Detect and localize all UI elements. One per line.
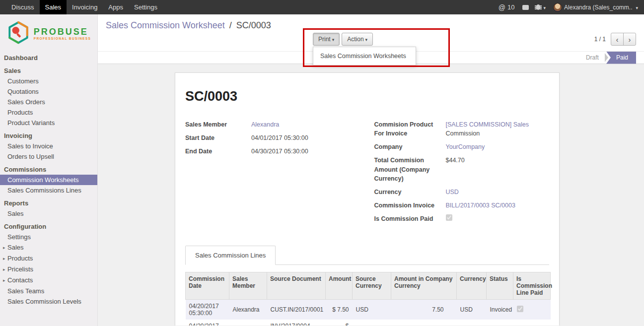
col-header-is-commission-line-paid[interactable]: Is Commission Line Paid xyxy=(513,272,551,300)
probuse-logo-icon xyxy=(6,21,30,47)
form-view: SC/0003 Sales Member Alexandra Start Dat… xyxy=(98,64,644,326)
menu-apps[interactable]: Apps xyxy=(103,0,129,14)
breadcrumb-parent-link[interactable]: Sales Commission Worksheet xyxy=(106,20,225,30)
sidebar-item-reports-sales[interactable]: Sales xyxy=(0,208,97,219)
field-label: Commission Invoice xyxy=(374,201,446,210)
col-header-amount[interactable]: Amount xyxy=(326,272,353,300)
field-label: Start Date xyxy=(185,133,251,142)
logo-subtitle: PROFESSIONAL BUSINESS xyxy=(34,37,91,40)
col-header-source-document[interactable]: Source Document xyxy=(267,272,326,300)
status-paid[interactable]: Paid xyxy=(606,52,636,64)
chevron-down-icon xyxy=(634,3,638,11)
col-header-amount-company-currency[interactable]: Amount in Company Currency xyxy=(391,272,457,300)
cell-currency: USD xyxy=(457,320,487,326)
commission-lines-table: Commission Date Sales Member Source Docu… xyxy=(185,272,551,326)
sidebar-item-sales-to-invoice[interactable]: Sales to Invoice xyxy=(0,141,97,151)
logo-title: PROBUSE xyxy=(34,27,91,37)
cell-src-currency: USD xyxy=(353,300,391,320)
sales-member-link[interactable]: Alexandra xyxy=(251,120,279,129)
messaging-menu[interactable]: 10 xyxy=(499,3,515,11)
col-header-source-currency[interactable]: Source Currency xyxy=(353,272,391,300)
sidebar-item-sales-teams[interactable]: Sales Teams xyxy=(0,286,97,296)
user-avatar xyxy=(553,3,562,12)
field-commission-invoice: Commission Invoice BILL/2017/0003 SC/000… xyxy=(374,201,550,210)
cell-amount: $ 18.60 xyxy=(326,320,353,326)
sidebar-section-invoicing[interactable]: Invoicing xyxy=(0,130,97,141)
field-label: Sales Member xyxy=(185,120,251,129)
table-row[interactable]: 04/20/2017 05:30:00 Alexandra INV/2017/0… xyxy=(186,320,551,326)
sidebar-section-sales[interactable]: Sales xyxy=(0,65,97,76)
cell-date: 04/20/2017 05:30:00 xyxy=(186,300,229,320)
sidebar: PROBUSE PROFESSIONAL BUSINESS Dashboard … xyxy=(0,14,98,326)
cell-paid xyxy=(513,320,551,326)
field-label: Is Commission Paid xyxy=(374,214,446,223)
sidebar-item-sales-orders[interactable]: Sales Orders xyxy=(0,97,97,107)
start-date-value: 04/01/2017 05:30:00 xyxy=(251,133,308,142)
sidebar-section-configuration[interactable]: Configuration xyxy=(0,221,97,232)
field-label: Total Commision Amount (Company Currency… xyxy=(374,156,446,183)
sidebar-item-customers[interactable]: Customers xyxy=(0,76,97,86)
menu-sales[interactable]: Sales xyxy=(40,0,67,14)
cell-src-currency: USD xyxy=(353,320,391,326)
pager-previous-button[interactable] xyxy=(611,33,624,46)
action-buttons: Print Action xyxy=(313,33,373,46)
breadcrumb-separator: / xyxy=(229,20,232,30)
sidebar-item-pricelists[interactable]: Pricelists xyxy=(0,264,97,275)
action-button[interactable]: Action xyxy=(342,33,373,46)
col-header-sales-member[interactable]: Sales Member xyxy=(229,272,267,300)
app-logo: PROBUSE PROFESSIONAL BUSINESS xyxy=(0,14,97,53)
sidebar-item-sales-commissions-lines[interactable]: Sales Commissions Lines xyxy=(0,185,97,196)
menu-invoicing[interactable]: Invoicing xyxy=(67,0,103,14)
commission-invoice-link[interactable]: BILL/2017/0003 SC/0003 xyxy=(446,201,515,210)
pager-next-button[interactable] xyxy=(623,33,636,46)
print-button[interactable]: Print xyxy=(313,33,340,46)
line-paid-checkbox xyxy=(517,306,523,312)
field-label: End Date xyxy=(185,147,251,156)
sidebar-item-config-products[interactable]: Products xyxy=(0,253,97,264)
cell-paid xyxy=(513,300,551,320)
debug-menu[interactable] xyxy=(536,3,546,11)
company-link[interactable]: YourCompany xyxy=(446,142,485,151)
sidebar-section-reports[interactable]: Reports xyxy=(0,198,97,208)
print-button-label: Print xyxy=(318,36,331,43)
col-header-status[interactable]: Status xyxy=(487,272,513,300)
sidebar-item-config-sales[interactable]: Sales xyxy=(0,242,97,253)
control-panel: Sales Commission Worksheet / SC/0003 Pri… xyxy=(98,14,644,51)
field-sales-member: Sales Member Alexandra xyxy=(185,120,360,129)
cell-status: Invoiced xyxy=(487,300,513,320)
status-draft[interactable]: Draft xyxy=(580,54,605,61)
field-is-commission-paid: Is Commission Paid xyxy=(374,214,550,223)
sidebar-item-quotations[interactable]: Quotations xyxy=(0,86,97,97)
field-label: Commision Product For Invoice xyxy=(374,120,446,138)
is-commission-paid-checkbox xyxy=(446,214,452,221)
sidebar-item-contacts[interactable]: Contacts xyxy=(0,275,97,286)
cell-source: INV/2017/0004-SO008 xyxy=(267,320,326,326)
sidebar-item-settings[interactable]: Settings xyxy=(0,232,97,242)
user-menu[interactable]: Alexandra (Sales_comm.. xyxy=(553,3,638,12)
dropdown-item-sales-commission-worksheets[interactable]: Sales Commission Worksheets xyxy=(313,49,416,63)
chat-menu[interactable] xyxy=(522,5,529,10)
table-row[interactable]: 04/20/2017 05:30:00 Alexandra CUST.IN/20… xyxy=(186,300,551,320)
tab-sales-commission-lines[interactable]: Sales Commission Lines xyxy=(185,246,276,265)
sidebar-item-orders-to-upsell[interactable]: Orders to Upsell xyxy=(0,151,97,162)
sidebar-nav: Dashboard Sales Customers Quotations Sal… xyxy=(0,53,97,307)
field-end-date: End Date 04/30/2017 05:30:00 xyxy=(185,147,360,156)
sidebar-item-product-variants[interactable]: Product Variants xyxy=(0,118,97,128)
breadcrumb-current: SC/0003 xyxy=(236,20,271,30)
sidebar-item-dashboard[interactable]: Dashboard xyxy=(0,53,97,63)
menu-settings[interactable]: Settings xyxy=(129,0,163,14)
pager: 1 / 1 xyxy=(594,33,636,46)
col-header-currency[interactable]: Currency xyxy=(457,272,487,300)
status-arrow-icon xyxy=(605,53,608,62)
menu-discuss[interactable]: Discuss xyxy=(6,0,40,14)
sidebar-item-sales-commission-levels[interactable]: Sales Commission Levels xyxy=(0,296,97,307)
end-date-value: 04/30/2017 05:30:00 xyxy=(251,147,308,156)
sidebar-section-commissions[interactable]: Commissions xyxy=(0,164,97,175)
currency-link[interactable]: USD xyxy=(446,188,459,196)
commission-product-link[interactable]: [SALES COMMISSION] Sales xyxy=(446,121,529,128)
table-header-row: Commission Date Sales Member Source Docu… xyxy=(186,272,551,300)
cell-status: Invoiced xyxy=(487,320,513,326)
col-header-commission-date[interactable]: Commission Date xyxy=(186,272,229,300)
sidebar-item-commission-worksheets[interactable]: Commission Worksheets xyxy=(0,175,97,185)
sidebar-item-products[interactable]: Products xyxy=(0,107,97,118)
